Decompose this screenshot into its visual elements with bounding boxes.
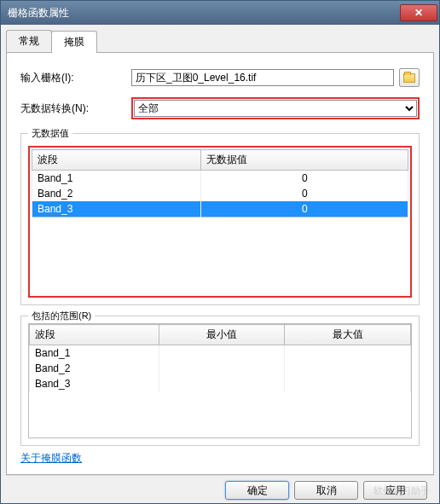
group-nodata-legend: 无数据值 <box>28 127 72 140</box>
table-row-selected[interactable]: Band_3 0 <box>32 201 408 217</box>
nodata-transform-select[interactable]: 全部 <box>134 100 417 117</box>
nodata-transform-highlight: 全部 <box>131 97 420 119</box>
dialog-body: 常规 掩膜 输入栅格(I): 无数据转换(N): 全部 无数据值 <box>1 25 439 503</box>
table-row[interactable]: Band_1 <box>30 345 411 362</box>
ok-button[interactable]: 确定 <box>225 481 289 500</box>
close-icon: ✕ <box>414 7 423 19</box>
browse-button[interactable] <box>399 68 420 87</box>
dialog-footer: 确定 取消 应用 <box>6 475 434 503</box>
table-header-row: 波段 最小值 最大值 <box>30 325 411 345</box>
table-row[interactable]: Band_1 0 <box>32 171 408 187</box>
nodata-table-highlight: 波段 无数据值 Band_1 0 Band_2 0 <box>28 146 412 298</box>
col-max[interactable]: 最大值 <box>285 325 411 345</box>
table-row[interactable]: Band_3 <box>30 376 411 391</box>
row-nodata-transform: 无数据转换(N): 全部 <box>20 97 420 119</box>
about-mask-link[interactable]: 关于掩膜函数 <box>20 451 420 466</box>
table-row[interactable]: Band_2 <box>30 361 411 376</box>
tab-mask[interactable]: 掩膜 <box>51 31 97 53</box>
nodata-transform-label: 无数据转换(N): <box>20 101 131 116</box>
col-min[interactable]: 最小值 <box>159 325 285 345</box>
dialog-window: 栅格函数属性 ✕ 常规 掩膜 输入栅格(I): 无数据转换(N): 全部 <box>0 0 440 504</box>
col-nodata-value[interactable]: 无数据值 <box>201 150 408 171</box>
group-included-extent: 包括的范围(R) 波段 最小值 最大值 Band_1 <box>20 316 420 446</box>
folder-icon <box>403 73 415 83</box>
close-button[interactable]: ✕ <box>400 4 437 21</box>
col-band[interactable]: 波段 <box>30 325 159 345</box>
table-header-row: 波段 无数据值 <box>32 150 408 171</box>
window-title: 栅格函数属性 <box>8 6 400 20</box>
nodata-table[interactable]: 波段 无数据值 Band_1 0 Band_2 0 <box>32 149 408 217</box>
tab-general[interactable]: 常规 <box>6 30 52 52</box>
col-band[interactable]: 波段 <box>32 150 201 171</box>
input-raster-label: 输入栅格(I): <box>20 71 131 85</box>
titlebar: 栅格函数属性 ✕ <box>1 1 439 25</box>
table-row[interactable]: Band_2 0 <box>32 186 408 201</box>
cancel-button[interactable]: 取消 <box>294 481 358 500</box>
input-raster-field[interactable] <box>131 69 394 86</box>
group-nodata-values: 无数据值 波段 无数据值 Band_1 0 <box>20 133 420 305</box>
extent-table[interactable]: 波段 最小值 最大值 Band_1 Band_2 <box>29 324 411 391</box>
group-extent-legend: 包括的范围(R) <box>28 310 95 322</box>
tab-bar: 常规 掩膜 <box>6 30 434 53</box>
apply-button[interactable]: 应用 <box>363 481 427 500</box>
row-input-raster: 输入栅格(I): <box>20 68 420 87</box>
tab-content-mask: 输入栅格(I): 无数据转换(N): 全部 无数据值 <box>6 53 434 475</box>
